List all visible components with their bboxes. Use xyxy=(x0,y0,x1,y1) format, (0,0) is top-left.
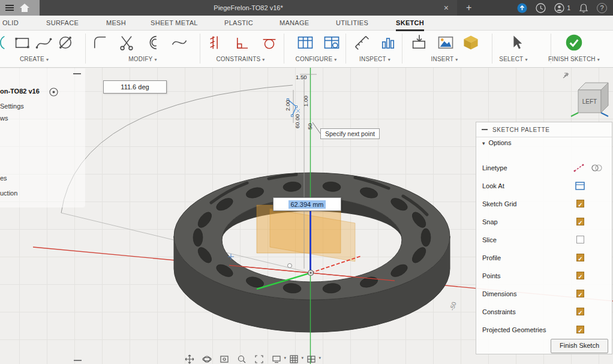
insert-mcmaster-icon[interactable] xyxy=(462,34,480,52)
dimensions-checkbox[interactable] xyxy=(576,290,584,297)
offset-icon[interactable] xyxy=(144,34,162,52)
look-at-view-icon[interactable] xyxy=(220,354,232,364)
select-cursor-icon[interactable] xyxy=(507,34,525,52)
construction-linetype-icon[interactable] xyxy=(573,163,584,173)
tab-solid[interactable]: OLID xyxy=(2,16,19,29)
browser-item-views[interactable]: ws xyxy=(0,115,8,122)
pan-icon[interactable] xyxy=(185,354,197,364)
finish-sketch-button[interactable]: Finish Sketch xyxy=(551,339,608,353)
browser-item-settings[interactable]: Settings xyxy=(0,103,24,110)
tab-manage[interactable]: MANAGE xyxy=(280,16,309,29)
parallel-constraint-icon[interactable] xyxy=(208,34,226,52)
browser-item-construction[interactable]: uction xyxy=(0,189,17,197)
finish-sketch-group-label[interactable]: FINISH SKETCH xyxy=(535,56,613,62)
create-circle-icon[interactable] xyxy=(56,34,74,52)
tab-surface[interactable]: SURFACE xyxy=(46,16,79,29)
zoom-icon[interactable] xyxy=(237,354,249,364)
projected-geometries-checkbox[interactable] xyxy=(576,326,584,333)
modify-group-label[interactable]: MODIFY xyxy=(104,56,182,62)
create-rectangle-icon[interactable] xyxy=(13,34,31,52)
modify-spline-icon[interactable] xyxy=(170,34,188,52)
snap-label: Snap xyxy=(482,218,498,225)
close-tab-icon[interactable]: × xyxy=(444,0,449,16)
palette-row-profile: Profile xyxy=(476,249,612,267)
dimension-input-value: 62.394 mm xyxy=(289,200,325,209)
navigation-dock xyxy=(185,354,318,364)
orbit-icon[interactable] xyxy=(202,354,214,364)
finish-sketch-icon[interactable] xyxy=(565,34,583,52)
perpendicular-constraint-icon[interactable] xyxy=(234,34,252,52)
insert-dxf-icon[interactable] xyxy=(410,34,428,52)
profile-checkbox[interactable] xyxy=(576,254,584,261)
insert-image-icon[interactable] xyxy=(437,34,455,52)
grid-settings-icon[interactable] xyxy=(289,354,301,364)
profile-icon[interactable] xyxy=(554,3,564,13)
browser-root-node[interactable]: on-TO82 v16 xyxy=(0,88,40,95)
palette-header: SKETCH PALETTE xyxy=(476,122,612,137)
notification-bell-icon[interactable] xyxy=(579,3,588,13)
constraints-label: Constraints xyxy=(482,308,516,315)
sketch-grid-label: Sketch Grid xyxy=(482,200,516,207)
palette-minimize-icon[interactable] xyxy=(482,129,488,130)
titlebar-icons: 1 ? xyxy=(517,0,607,16)
analysis-bars-icon[interactable] xyxy=(379,34,397,52)
slice-checkbox[interactable] xyxy=(576,236,584,243)
trim-scissors-icon[interactable] xyxy=(118,34,136,52)
new-tab-icon[interactable]: + xyxy=(466,0,471,15)
profile-label: Profile xyxy=(482,254,501,261)
help-icon[interactable]: ? xyxy=(597,3,607,13)
browser-panel: on-TO82 v16 Settings ws es uction xyxy=(0,68,85,207)
browser-item-bodies[interactable]: es xyxy=(0,175,7,182)
constraints-checkbox[interactable] xyxy=(576,308,584,315)
tangent-constraint-icon[interactable] xyxy=(260,34,278,52)
dimension-input[interactable]: 62.394 mm xyxy=(273,197,341,211)
palette-row-sketch-grid: Sketch Grid xyxy=(476,195,612,213)
tab-sketch[interactable]: SKETCH xyxy=(396,16,424,31)
configure-variants-icon[interactable] xyxy=(323,34,341,52)
viewports-icon[interactable] xyxy=(306,354,318,364)
tab-mesh[interactable]: MESH xyxy=(106,16,126,29)
palette-row-dimensions: Dimensions xyxy=(476,285,612,303)
create-group-label[interactable]: CREATE xyxy=(0,56,73,62)
zoom-window-icon[interactable] xyxy=(254,354,266,364)
projected-geometries-label: Projected Geometries xyxy=(482,326,546,333)
centerline-linetype-icon[interactable] xyxy=(591,163,602,173)
tab-sheet-metal[interactable]: SHEET METAL xyxy=(151,16,198,29)
browser-minimize-icon[interactable] xyxy=(73,73,81,74)
measure-icon[interactable] xyxy=(353,34,371,52)
specify-point-tooltip: Specify next point xyxy=(320,128,380,139)
points-checkbox[interactable] xyxy=(576,272,584,279)
job-status-icon[interactable] xyxy=(517,3,527,13)
display-settings-icon[interactable] xyxy=(272,354,284,364)
tab-utilities[interactable]: UTILITIES xyxy=(336,16,368,29)
viewcube-home-icon[interactable] xyxy=(563,73,569,78)
app-menu-icon[interactable] xyxy=(5,4,14,11)
palette-row-linetype: Linetype xyxy=(476,160,612,178)
angle-dimension-label[interactable]: 111.6 deg xyxy=(103,80,167,94)
sketch-grid-checkbox[interactable] xyxy=(576,200,584,207)
document-title: PiegeFrelon-TO82 v16* xyxy=(214,4,283,11)
document-tab[interactable]: PiegeFrelon-TO82 v16* × xyxy=(40,0,457,16)
palette-options-toggle[interactable]: Options xyxy=(476,139,612,152)
viewcube[interactable]: LEFT xyxy=(563,71,613,121)
look-at-label: Look At xyxy=(482,182,504,189)
tab-plastic[interactable]: PLASTIC xyxy=(224,16,253,29)
home-icon[interactable] xyxy=(20,4,29,12)
constraints-group-label[interactable]: CONSTRAINTS xyxy=(202,56,280,62)
titlebar-bar: PiegeFrelon-TO82 v16* × + 1 ? xyxy=(0,0,613,16)
visibility-eye-icon[interactable] xyxy=(49,88,58,97)
sketch-palette: SKETCH PALETTE Options Linetype Look At … xyxy=(476,122,612,354)
configure-table-icon[interactable] xyxy=(296,34,314,52)
timeline-collapse-icon[interactable] xyxy=(74,360,82,361)
history-clock-icon[interactable] xyxy=(536,3,546,13)
linetype-label: Linetype xyxy=(482,164,507,172)
create-spline-icon[interactable] xyxy=(35,34,53,52)
fusion-window: 1.50 2.00 1.00 60.00 50 111.6 deg Specif… xyxy=(0,0,613,364)
slice-label: Slice xyxy=(482,236,497,243)
palette-row-constraints: Constraints xyxy=(476,303,612,321)
snap-checkbox[interactable] xyxy=(576,218,584,225)
look-at-icon[interactable] xyxy=(575,181,585,191)
insert-group-label[interactable]: INSERT xyxy=(405,56,483,62)
fillet-icon[interactable] xyxy=(91,34,109,52)
viewcube-face-label[interactable]: LEFT xyxy=(582,98,597,105)
